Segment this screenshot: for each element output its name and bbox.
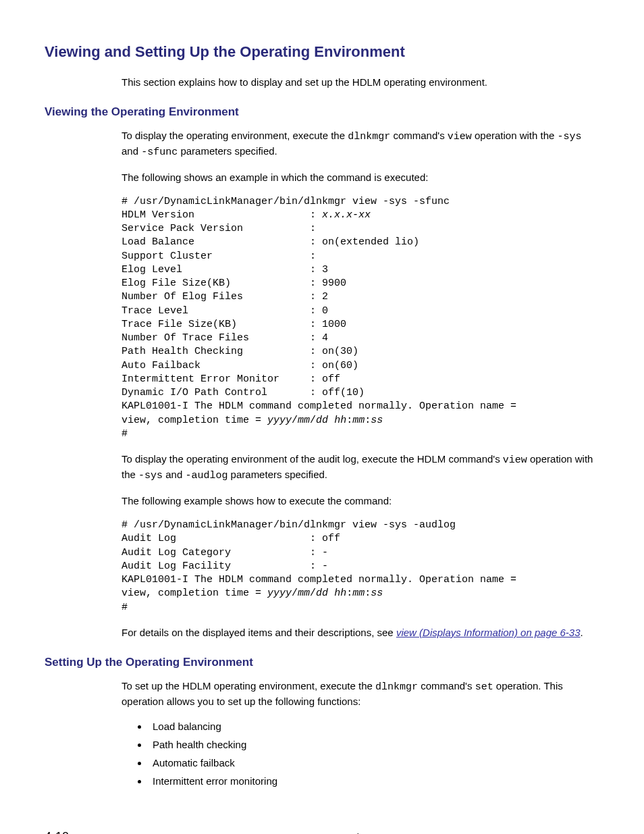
text: To set up the HDLM operating environment… [122, 680, 375, 692]
page-number: 4-10 [45, 829, 69, 834]
code-inline: dlnkmgr [348, 131, 390, 142]
text: To display the operating environment of … [122, 453, 503, 465]
viewing-p2: The following shows an example in which … [122, 170, 599, 184]
functions-list: Load balancing Path health checking Auto… [122, 719, 599, 788]
viewing-p1: To display the operating environment, ex… [122, 128, 599, 159]
list-item: Intermittent error monitoring [149, 774, 599, 788]
text: and [163, 469, 185, 480]
code-block-sfunc: # /usr/DynamicLinkManager/bin/dlnkmgr vi… [122, 195, 599, 442]
text: parameters specified. [178, 145, 277, 157]
text: command's [390, 130, 448, 141]
list-item: Automatic failback [149, 756, 599, 770]
text: operation with the [472, 130, 558, 141]
viewing-p5: For details on the displayed items and t… [122, 625, 599, 640]
viewing-p3: To display the operating environment of … [122, 452, 599, 483]
list-item: Path health checking [149, 737, 599, 752]
viewing-p4: The following example shows how to execu… [122, 494, 599, 508]
intro-paragraph: This section explains how to display and… [122, 75, 599, 89]
view-displays-information-link[interactable]: view (Displays Information) on page 6-33 [396, 627, 581, 638]
code-inline: -audlog [185, 470, 227, 481]
code-inline: -sys [138, 470, 163, 481]
code-inline: view [503, 454, 527, 466]
section-heading-setting: Setting Up the Operating Environment [45, 654, 599, 671]
list-item: Load balancing [149, 719, 599, 733]
text: . [581, 627, 583, 638]
footer-title: HDLM Operation [69, 831, 599, 834]
text: and [122, 145, 141, 157]
text: command's [418, 680, 475, 692]
text: parameters specified. [227, 469, 327, 480]
section-heading-viewing: Viewing the Operating Environment [45, 104, 599, 120]
code-inline: -sfunc [141, 147, 178, 158]
text: To display the operating environment, ex… [122, 130, 348, 141]
page-footer: 4-10 HDLM Operation Hitachi Dynamic Link… [45, 829, 599, 834]
code-inline: view [448, 131, 472, 142]
page-heading: Viewing and Setting Up the Operating Env… [45, 42, 599, 63]
code-inline: set [475, 681, 493, 693]
code-inline: -sys [558, 131, 582, 142]
code-block-audlog: # /usr/DynamicLinkManager/bin/dlnkmgr vi… [122, 519, 599, 615]
code-inline: dlnkmgr [375, 681, 418, 693]
setting-p1: To set up the HDLM operating environment… [122, 679, 599, 708]
text: For details on the displayed items and t… [122, 627, 396, 638]
